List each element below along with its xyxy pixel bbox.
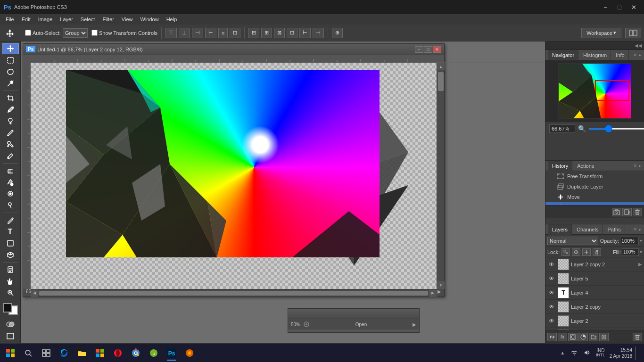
- taskbar-search-btn[interactable]: [20, 345, 37, 362]
- eraser-tool[interactable]: [2, 165, 19, 176]
- doc-maximize-btn[interactable]: □: [424, 46, 432, 53]
- menu-help[interactable]: Help: [163, 14, 181, 25]
- taskbar-edge-btn[interactable]: [56, 345, 73, 362]
- screen-mode[interactable]: [2, 331, 19, 342]
- show-desktop-btn[interactable]: [635, 346, 638, 360]
- layer-link-btn[interactable]: [547, 333, 557, 341]
- align-left[interactable]: ⊢: [205, 28, 216, 38]
- history-new-snapshot-btn[interactable]: [612, 208, 621, 216]
- crop-tool[interactable]: [2, 93, 19, 104]
- scrollbar-thumb-v[interactable]: [438, 72, 444, 91]
- shape-tool[interactable]: [2, 238, 19, 249]
- text-tool[interactable]: T: [2, 226, 19, 237]
- paint-bucket-tool[interactable]: [2, 177, 19, 188]
- lock-transparent-btn[interactable]: [561, 248, 570, 256]
- distribute-3[interactable]: ⊠: [274, 28, 285, 38]
- doc-close-btn[interactable]: ✕: [433, 46, 441, 53]
- move-tool[interactable]: [2, 43, 19, 54]
- tab-info[interactable]: Info: [612, 50, 628, 60]
- layer-mask-btn[interactable]: [568, 333, 578, 341]
- taskbar-utorrent-btn[interactable]: μ: [145, 345, 162, 362]
- scrollbar-down-arrow[interactable]: ▼: [437, 281, 445, 289]
- tab-histogram[interactable]: Histogram: [579, 50, 611, 60]
- menu-filter[interactable]: Filter: [99, 14, 117, 25]
- navigator-expand-icon[interactable]: ▸: [639, 52, 641, 58]
- layer-vis-layer4[interactable]: 👁: [547, 288, 556, 297]
- tab-navigator[interactable]: Navigator: [548, 50, 578, 60]
- layer-adjustment-btn[interactable]: [578, 333, 588, 341]
- clock[interactable]: 15:54 2 Apr 2018: [610, 347, 632, 359]
- tray-expand-btn[interactable]: ▲: [559, 349, 566, 356]
- show-transform-check[interactable]: Show Transform Controls: [91, 30, 157, 36]
- quick-mask-toggle[interactable]: [2, 319, 19, 330]
- distribute-h[interactable]: ⊟: [248, 28, 259, 38]
- color-swatches[interactable]: [3, 303, 18, 315]
- history-brush-tool[interactable]: [2, 151, 19, 162]
- marquee-tool[interactable]: [2, 55, 19, 66]
- scrollbar-left-arrow[interactable]: ◀: [31, 289, 38, 297]
- menu-edit[interactable]: Edit: [18, 14, 34, 25]
- align-right[interactable]: ⊡: [230, 28, 240, 38]
- second-doc-arrow[interactable]: ▶: [413, 322, 416, 327]
- taskbar-chrome-btn[interactable]: [127, 345, 144, 362]
- tab-actions[interactable]: Actions: [573, 161, 598, 171]
- taskbar-opera-btn[interactable]: [109, 345, 126, 362]
- blur-tool[interactable]: [2, 189, 19, 199]
- tray-lang-indicator[interactable]: IND INTL: [594, 347, 607, 359]
- auto-select-dropdown[interactable]: Group Layer: [63, 28, 88, 38]
- scrollbar-up-arrow[interactable]: ▲: [437, 63, 445, 70]
- close-button[interactable]: ✕: [627, 2, 640, 12]
- menu-window[interactable]: Window: [137, 14, 163, 25]
- menu-select[interactable]: Select: [77, 14, 99, 25]
- layers-blend-mode[interactable]: Normal Multiply Screen Overlay: [547, 237, 598, 245]
- notes-tool[interactable]: [2, 264, 19, 275]
- foreground-color[interactable]: [3, 303, 12, 313]
- layers-expand-icon[interactable]: ▸: [639, 227, 641, 232]
- doc-minimize-btn[interactable]: −: [415, 46, 423, 53]
- layer-item-layer4[interactable]: 👁 T Layer 4: [545, 286, 644, 300]
- layer-item-layer2copy[interactable]: 👁 Layer 2 copy: [545, 300, 644, 314]
- history-item-move1[interactable]: Move: [545, 192, 644, 202]
- align-top-left[interactable]: ⊤: [165, 28, 177, 38]
- layer-new-btn[interactable]: [599, 333, 609, 341]
- history-delete-btn[interactable]: [633, 208, 642, 216]
- opacity-dropdown-arrow[interactable]: ▾: [640, 238, 642, 243]
- layer-delete-btn[interactable]: [633, 333, 642, 341]
- history-close-icon[interactable]: ✕: [633, 163, 637, 168]
- taskbar-store-btn[interactable]: [91, 345, 108, 362]
- scrollbar-right-arrow[interactable]: ▶: [429, 289, 437, 297]
- workspace-button[interactable]: Workspace ▾: [581, 28, 621, 38]
- auto-select-checkbox[interactable]: [25, 30, 31, 36]
- menu-view[interactable]: View: [118, 14, 137, 25]
- layer-vis-layer2[interactable]: 👁: [547, 317, 556, 325]
- menu-image[interactable]: Image: [34, 14, 57, 25]
- fill-dropdown-arrow[interactable]: ▾: [640, 249, 642, 255]
- navigator-zoom-input[interactable]: [549, 124, 575, 133]
- tray-network-icon[interactable]: [569, 348, 579, 358]
- fill-input[interactable]: [622, 248, 639, 256]
- tray-volume-icon[interactable]: [582, 348, 592, 358]
- taskbar-explorer-btn[interactable]: [74, 345, 91, 362]
- align-top-right[interactable]: ⊣: [192, 28, 203, 38]
- minimize-button[interactable]: −: [599, 2, 612, 12]
- layer-vis-layer2copy2[interactable]: 👁: [547, 260, 556, 269]
- distribute-6[interactable]: ⊣: [313, 28, 324, 38]
- lock-image-btn[interactable]: [572, 248, 580, 256]
- brush-tool[interactable]: [2, 128, 19, 139]
- menu-layer[interactable]: Layer: [56, 14, 77, 25]
- maximize-button[interactable]: □: [613, 2, 626, 12]
- auto-align[interactable]: ⊕: [332, 28, 343, 38]
- layer-item-layer2[interactable]: 👁 Layer 2: [545, 314, 644, 328]
- layer-item-layer2copy2[interactable]: 👁 Layer 2 copy 2 ▶: [545, 257, 644, 272]
- scrollbar-thumb-h[interactable]: [39, 291, 428, 296]
- tab-history[interactable]: History: [548, 161, 572, 171]
- tab-layers[interactable]: Layers: [548, 224, 572, 235]
- menu-file[interactable]: File: [2, 14, 18, 25]
- stamp-tool[interactable]: [2, 139, 19, 150]
- history-new-doc-btn[interactable]: [622, 208, 632, 216]
- zoom-tool[interactable]: [2, 288, 19, 298]
- magic-wand-tool[interactable]: [2, 78, 19, 89]
- layer-item-layer5[interactable]: 👁 Layer 5: [545, 272, 644, 286]
- auto-select-check[interactable]: Auto-Select:: [25, 30, 61, 36]
- tab-channels[interactable]: Channels: [573, 224, 603, 235]
